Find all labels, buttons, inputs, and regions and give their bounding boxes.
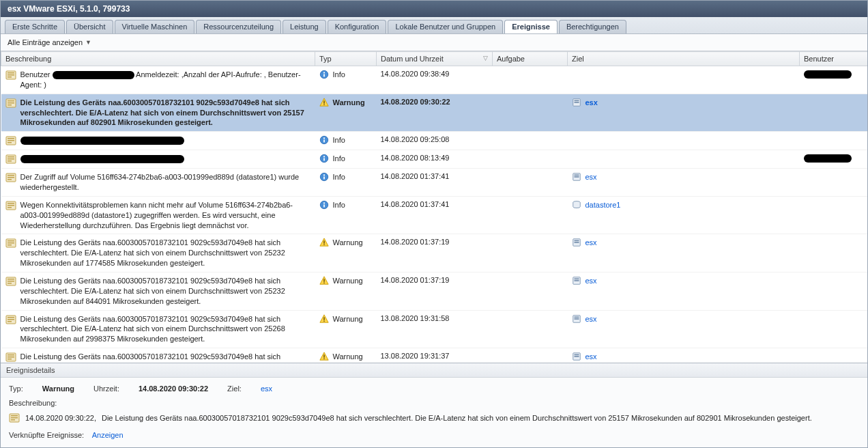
row-description: Die Leistung des Geräts naa.600300570187… — [20, 352, 311, 363]
event-icon — [5, 154, 16, 165]
col-benutzer[interactable]: Benutzer — [800, 52, 868, 66]
tab-bar: Erste SchritteÜbersichtVirtuelle Maschin… — [1, 17, 867, 34]
details-ziel-link[interactable]: esx — [261, 383, 272, 395]
tab-ressourcenzuteilung[interactable]: Ressourcenzuteilung — [196, 20, 281, 33]
table-row[interactable]: Die Leistung des Geräts naa.600300570187… — [1, 272, 868, 310]
ziel-link[interactable]: esx — [585, 238, 597, 247]
ziel-link[interactable]: esx — [585, 352, 597, 361]
row-type: Info — [333, 201, 345, 209]
tab-konfiguration[interactable]: Konfiguration — [328, 20, 387, 33]
details-beschreibung-text: Die Leistung des Geräts naa.600300570187… — [102, 412, 812, 425]
details-uhrzeit-label: Uhrzeit: — [93, 383, 119, 395]
event-icon — [5, 238, 16, 249]
details-beschreibung-date: 14.08.2020 09:30:22, — [25, 412, 96, 425]
linked-events-label: Verknüpfte Ereignisse: — [9, 431, 84, 439]
toolbar: Alle Einträge anzeigen ▼ — [1, 34, 867, 51]
event-icon — [9, 412, 20, 423]
tab-übersicht[interactable]: Übersicht — [66, 20, 113, 33]
row-aufgabe — [493, 310, 568, 348]
table-row[interactable]: Der Zugriff auf Volume 516ff634-274b2ba6… — [1, 169, 868, 197]
event-table: Beschreibung Typ Datum und Uhrzeit▽ Aufg… — [1, 51, 867, 363]
row-type: Warnung — [333, 315, 363, 323]
warning-icon — [319, 276, 329, 285]
row-aufgabe — [493, 94, 568, 132]
row-description: Der Zugriff auf Volume 516ff634-274b2ba6… — [20, 172, 311, 193]
event-icon — [5, 276, 16, 287]
tab-virtuelle-maschinen[interactable]: Virtuelle Maschinen — [115, 20, 195, 33]
sort-desc-icon: ▽ — [483, 55, 488, 61]
row-aufgabe — [493, 196, 568, 234]
details-typ-label: Typ: — [9, 383, 23, 395]
row-type: Warnung — [333, 238, 363, 247]
info-icon — [319, 70, 329, 79]
row-benutzer — [800, 310, 868, 348]
warning-icon — [319, 98, 329, 107]
ziel-link[interactable]: esx — [585, 277, 597, 285]
table-row[interactable]: Info14.08.2020 08:13:49 — [1, 150, 868, 169]
row-date: 14.08.2020 01:37:41 — [377, 169, 493, 197]
row-aufgabe — [493, 348, 568, 363]
tab-ereignisse[interactable]: Ereignisse — [504, 20, 558, 33]
ziel-link[interactable]: esx — [585, 315, 597, 323]
row-benutzer — [800, 272, 868, 310]
row-benutzer — [800, 66, 868, 94]
row-description: Benutzer Anmeldezeit: ,Anzahl der API-Au… — [20, 70, 311, 90]
show-all-dropdown[interactable]: Alle Einträge anzeigen — [8, 38, 83, 46]
row-benutzer — [800, 169, 868, 197]
row-description: Die Leistung des Geräts naa.600300570187… — [20, 98, 311, 128]
tab-lokale-benutzer-und-gruppen[interactable]: Lokale Benutzer und Gruppen — [388, 20, 503, 33]
tab-erste-schritte[interactable]: Erste Schritte — [5, 20, 65, 33]
table-row[interactable]: Die Leistung des Geräts naa.600300570187… — [1, 348, 868, 363]
warning-icon — [319, 352, 329, 361]
host-icon — [572, 314, 581, 324]
col-beschreibung[interactable]: Beschreibung — [1, 52, 315, 66]
col-datum[interactable]: Datum und Uhrzeit▽ — [377, 52, 493, 66]
info-icon — [319, 172, 329, 182]
row-description: Die Leistung des Geräts naa.600300570187… — [20, 314, 311, 345]
event-icon — [5, 172, 16, 183]
ziel-link[interactable]: esx — [585, 98, 598, 107]
row-description: Die Leistung des Geräts naa.600300570187… — [20, 238, 311, 268]
row-description — [20, 154, 311, 164]
row-aufgabe — [493, 169, 568, 197]
row-aufgabe — [493, 234, 568, 272]
row-type: Warnung — [333, 277, 363, 285]
table-row[interactable]: Info14.08.2020 09:25:08 — [1, 132, 868, 150]
row-date: 14.08.2020 09:38:49 — [377, 66, 493, 94]
row-benutzer — [800, 196, 868, 234]
row-aufgabe — [493, 132, 568, 150]
tab-leistung[interactable]: Leistung — [283, 20, 326, 33]
row-aufgabe — [493, 150, 568, 169]
details-ziel-label: Ziel: — [227, 383, 242, 395]
table-row[interactable]: Die Leistung des Geräts naa.600300570187… — [1, 94, 868, 132]
table-row[interactable]: Benutzer Anmeldezeit: ,Anzahl der API-Au… — [1, 66, 868, 94]
details-header: Ereignisdetails — [1, 363, 867, 378]
event-icon — [5, 135, 16, 146]
event-icon — [5, 314, 16, 325]
row-date: 14.08.2020 08:13:49 — [377, 150, 493, 169]
details-typ-value: Warnung — [42, 383, 74, 395]
row-type: Warnung — [333, 352, 363, 361]
row-aufgabe — [493, 272, 568, 310]
host-icon — [572, 352, 581, 361]
tab-berechtigungen[interactable]: Berechtigungen — [559, 20, 626, 33]
window-title: esx VMware ESXi, 5.1.0, 799733 — [1, 1, 867, 17]
table-row[interactable]: Wegen Konnektivitätsproblemen kann nicht… — [1, 196, 868, 234]
chevron-down-icon[interactable]: ▼ — [85, 39, 91, 46]
table-row[interactable]: Die Leistung des Geräts naa.600300570187… — [1, 310, 868, 348]
linked-events-link[interactable]: Anzeigen — [92, 431, 124, 439]
row-benutzer — [800, 234, 868, 272]
ziel-link[interactable]: datastore1 — [585, 201, 621, 209]
col-ziel[interactable]: Ziel — [568, 52, 800, 66]
col-aufgabe[interactable]: Aufgabe — [493, 52, 568, 66]
datastore-icon — [572, 200, 581, 210]
host-icon — [572, 172, 581, 182]
table-row[interactable]: Die Leistung des Geräts naa.600300570187… — [1, 234, 868, 272]
row-date: 13.08.2020 19:31:58 — [377, 310, 493, 348]
row-description — [20, 135, 311, 145]
warning-icon — [319, 314, 329, 324]
row-date: 14.08.2020 09:25:08 — [377, 132, 493, 150]
details-uhrzeit-value: 14.08.2020 09:30:22 — [139, 383, 208, 395]
col-typ[interactable]: Typ — [315, 52, 377, 66]
ziel-link[interactable]: esx — [585, 173, 597, 181]
